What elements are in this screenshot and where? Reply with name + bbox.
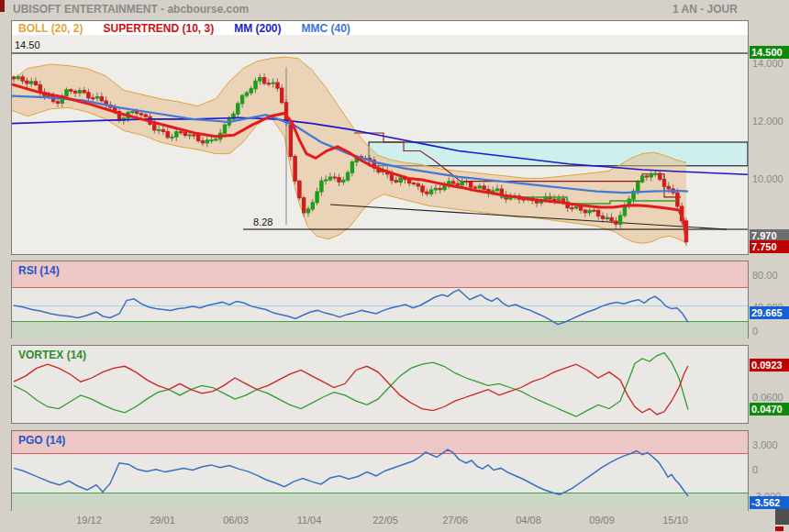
candle-down [139,114,142,115]
candle-up [78,91,81,94]
candle-up [350,162,353,173]
candle-down [276,83,279,88]
legend-item-2: MM (200) [234,22,281,35]
candle-up [429,190,432,194]
candle-down [201,141,204,143]
candle-down [179,132,182,133]
candle-up [237,104,239,114]
vortex-line-minus [14,364,688,415]
candle-down [426,192,428,194]
candle-down [473,187,476,188]
candle-down [70,90,72,92]
candle-down [451,182,454,183]
rsi-axis-label: 80.00 [752,270,778,281]
candle-down [193,135,195,136]
main-axis-label: 14.000 [752,58,783,69]
legend-item-1: SUPERTREND (10, 3) [103,22,214,35]
candle-down [659,173,661,179]
candle-up [240,95,243,104]
candle-up [618,216,621,225]
candle-down [100,97,103,101]
resistance-level-label: 14.50 [15,39,40,50]
candle-down [553,199,556,200]
candle-down [421,186,424,192]
candle-down [593,210,595,211]
candle-down [12,77,15,79]
candle-up [157,129,160,130]
candle-up [206,140,208,143]
candle-up [250,89,252,93]
chart-page: { "header": { "title": "UBISOFT ENTERTAI… [0,0,789,532]
candle-down [583,210,586,213]
candle-down [610,217,613,221]
candle-up [210,140,213,141]
support-level-label: 8.28 [253,216,272,227]
vortex-line-plus [14,353,688,416]
candle-down [408,180,411,183]
candle-down [645,176,648,177]
date-tick: 29/01 [150,515,175,526]
candle-up [575,206,578,208]
candle-up [434,188,437,190]
main-axis-label: 10.000 [752,173,783,184]
rsi-axis-label: 0 [752,326,758,337]
candle-up [623,205,626,216]
candle-up [254,81,257,89]
candle-up [30,82,33,83]
candle-down [298,181,301,197]
candle-up [328,177,331,180]
rsi-title: RSI (14) [18,264,60,277]
vortex-axis-label: 0.0600 [752,392,783,403]
candle-down [92,98,94,99]
period-label: 1 AN - JOUR [672,3,738,16]
candle-down [281,88,283,103]
rsi-chart-svg [12,261,748,338]
candle-up [495,189,498,191]
candle-down [597,210,600,216]
candle-down [571,208,573,209]
main-axis-label: 12.000 [752,116,783,127]
candle-up [175,132,178,138]
candle-up [478,186,481,188]
vortex-value-badge: 0.0470 [750,403,789,416]
candle-up [588,210,591,213]
date-tick: 11/04 [297,515,322,526]
date-tick: 15/10 [662,515,688,526]
candle-down [662,180,665,187]
candle-up [17,77,19,79]
candle-up [637,182,639,191]
vortex-value-badge: 0.0923 [750,359,789,371]
candle-down [456,183,459,185]
candle-down [303,198,306,213]
candle-down [21,77,24,81]
candle-up [346,172,349,180]
indicator-legend: BOLL (20, 2)SUPERTREND (10, 3)MM (200)MM… [12,21,748,35]
bottom-right-artifact [775,507,789,525]
candle-down [615,221,617,224]
pgo-line [14,449,688,496]
vortex-title: VORTEX (14) [18,349,86,361]
candle-up [245,93,248,95]
candle-down [333,177,336,178]
candle-up [311,203,314,209]
corner-artifact [0,0,5,12]
candle-up [461,182,463,185]
candle-down [338,178,340,183]
candle-down [153,124,156,130]
candle-up [188,135,191,136]
candle-down [601,216,604,219]
candle-down [289,123,292,157]
candle-down [483,186,485,190]
candle-down [34,82,37,85]
candle-up [654,173,657,174]
candle-down [73,92,76,94]
candle-up [606,217,608,218]
candle-up [272,83,274,83]
pgo-chart-svg [12,431,748,510]
date-tick: 27/06 [442,515,468,526]
candle-up [557,199,560,201]
candle-down [135,112,138,114]
pgo-axis-label: 0 [752,464,758,475]
candle-down [465,182,468,183]
rsi-line [14,290,688,325]
